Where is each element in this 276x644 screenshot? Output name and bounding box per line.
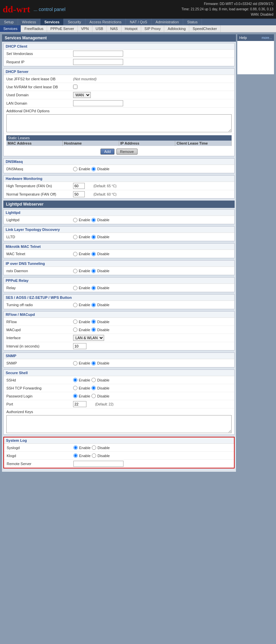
pppoe-relay-enable-radio[interactable]: [73, 286, 77, 290]
macupd-value: Enable Disable: [73, 327, 232, 332]
sshd-label: SSHd: [6, 378, 73, 382]
pppoe-relay-disable-radio[interactable]: [91, 286, 96, 290]
syslogd-disable-radio[interactable]: [92, 445, 96, 450]
vendorclass-input[interactable]: [73, 51, 123, 57]
rflow-title: RFlow / MACupd: [4, 312, 234, 318]
dnsmasq-disable-radio[interactable]: [91, 167, 96, 171]
mac-telnet-enable-radio[interactable]: [73, 252, 77, 256]
klogd-enable-radio[interactable]: [73, 453, 78, 458]
sub-tab-sip-proxy[interactable]: SIP Proxy: [141, 25, 165, 32]
remote-server-input[interactable]: [73, 461, 123, 467]
syslogd-enable-radio[interactable]: [73, 445, 78, 450]
auth-keys-textarea[interactable]: [6, 415, 232, 433]
tcp-fwd-row: SSH TCP Forwarding Enable Disable: [4, 384, 234, 392]
sub-tab-vpn[interactable]: VPN: [78, 25, 92, 32]
interval-input[interactable]: [73, 343, 86, 349]
remove-button[interactable]: Remove: [116, 149, 137, 155]
pppoe-relay-group: PPPoE Relay Relay Enable Disable: [3, 277, 235, 292]
lan-domain-label: LAN Domain: [6, 101, 73, 105]
klogd-disable-radio[interactable]: [92, 453, 96, 458]
ses-aoss-value: Enable Disable: [73, 303, 232, 307]
rflow-row: RFlow Enable Disable: [4, 318, 234, 326]
sub-tab-pppoe-server[interactable]: PPPoE Server: [47, 25, 78, 32]
nav-security[interactable]: Security: [64, 19, 85, 25]
ses-enable-radio[interactable]: [73, 303, 77, 307]
high-temp-input[interactable]: [73, 183, 85, 189]
sshd-disable-radio[interactable]: [91, 378, 96, 382]
rflow-disable-radio[interactable]: [91, 320, 96, 324]
ssh-port-value: (Default: 22): [73, 401, 232, 407]
form-area: Services Management DHCP Client Set Vend…: [2, 34, 236, 472]
lltd-enable-radio[interactable]: [73, 235, 77, 239]
interface-label: Interface: [6, 336, 73, 340]
nav-status[interactable]: Status: [183, 19, 202, 25]
nav-administration[interactable]: Administration: [152, 19, 183, 25]
add-button[interactable]: Add: [100, 149, 114, 155]
macupd-enable-radio[interactable]: [73, 327, 77, 332]
high-temp-row: High Temperature (FAN On) (Default: 65 °…: [4, 182, 234, 190]
sub-tab-freeradius[interactable]: FreeRadius: [21, 25, 47, 32]
used-domain-select[interactable]: WAN LAN None: [73, 92, 91, 98]
request-ip-input[interactable]: [73, 59, 123, 65]
ssh-port-input[interactable]: [73, 401, 86, 407]
mac-telnet-row: MAC Telnet Enable Disable: [4, 250, 234, 258]
sub-tab-usb[interactable]: USB: [92, 25, 107, 32]
normal-temp-label: Normal Temperature (FAN Off): [6, 192, 73, 196]
tcp-fwd-enable-radio[interactable]: [73, 386, 77, 390]
sub-tab-speedchecker[interactable]: SpeedChecker: [189, 25, 221, 32]
pppoe-relay-title: PPPoE Relay: [4, 278, 234, 284]
section-title: Services Management: [5, 36, 47, 40]
content-layout: Services Management DHCP Client Set Vend…: [2, 34, 274, 472]
ip-over-dns-disable-radio[interactable]: [91, 269, 96, 273]
ip-over-dns-group: IP over DNS Tunneling nstx Daemon Enable…: [3, 260, 235, 275]
tcp-fwd-disable-radio[interactable]: [91, 386, 96, 390]
ip-over-dns-enable-radio[interactable]: [73, 269, 77, 273]
dhcp-server-title: DHCP Server: [4, 69, 234, 75]
hardware-monitoring-group: Hardware Monitoring High Temperature (FA…: [3, 175, 235, 199]
snmp-disable-radio[interactable]: [91, 361, 96, 365]
ses-disable-radio[interactable]: [91, 303, 96, 307]
password-disable-radio[interactable]: [91, 394, 96, 398]
nav-nat-qos[interactable]: NAT / QoS: [126, 19, 152, 25]
ssh-port-label: Port: [6, 402, 73, 406]
rflow-enable-radio[interactable]: [73, 320, 77, 324]
mac-telnet-disable-radio[interactable]: [91, 252, 96, 256]
interface-select[interactable]: LAN & WLAN LAN WLAN: [73, 335, 104, 341]
lltd-label: LLTD: [6, 235, 73, 239]
interval-row: Interval (in seconds): [4, 342, 234, 350]
sub-tab-services[interactable]: Services: [0, 25, 21, 32]
ses-enable-label: Enable: [79, 303, 90, 307]
nvram-row: Use NVRAM for client lease DB: [4, 83, 234, 91]
lltd-disable-radio[interactable]: [91, 235, 96, 239]
lighttpd-section-header: Lighttpd Webserver: [3, 201, 235, 208]
nav-wireless[interactable]: Wireless: [18, 19, 40, 25]
lan-domain-input[interactable]: [73, 100, 123, 106]
high-temp-note: (Default: 65 °C): [93, 184, 116, 188]
request-ip-value: [73, 59, 232, 65]
lighttpd-disable-radio[interactable]: [91, 218, 96, 222]
password-enable-radio[interactable]: [73, 394, 77, 398]
lighttpd-title: Lighttpd: [4, 210, 234, 216]
sub-tab-hotspot[interactable]: Hotspot: [121, 25, 141, 32]
nvram-checkbox[interactable]: [73, 85, 77, 89]
macupd-disable-radio[interactable]: [91, 327, 96, 332]
help-more-link[interactable]: more...: [262, 36, 272, 40]
sshd-value: Enable Disable: [73, 378, 232, 382]
snmp-enable-radio[interactable]: [73, 361, 77, 365]
sshd-enable-radio[interactable]: [73, 378, 77, 382]
normal-temp-input[interactable]: [73, 191, 85, 197]
additional-dhcp-textarea[interactable]: [6, 114, 232, 132]
vendorclass-value: [73, 51, 232, 57]
lighttpd-enable-radio[interactable]: [73, 218, 77, 222]
sub-tab-nas[interactable]: NAS: [107, 25, 121, 32]
lltd-title: Link Layer Topology Discovery: [4, 227, 234, 233]
sshd-row: SSHd Enable Disable: [4, 376, 234, 384]
dnsmasq-enable-radio[interactable]: [73, 167, 77, 171]
sub-tab-adblocking[interactable]: Adblocking: [164, 25, 189, 32]
nav-access-restrictions[interactable]: Access Restrictions: [85, 19, 126, 25]
header: dd-wrt ... control panel Firmware: DD-WR…: [0, 0, 276, 19]
nav-setup[interactable]: Setup: [0, 19, 18, 25]
password-enable-label: Enable: [79, 394, 90, 398]
ses-aoss-row: Turning off radio Enable Disable: [4, 301, 234, 309]
nav-services[interactable]: Services: [40, 19, 64, 25]
